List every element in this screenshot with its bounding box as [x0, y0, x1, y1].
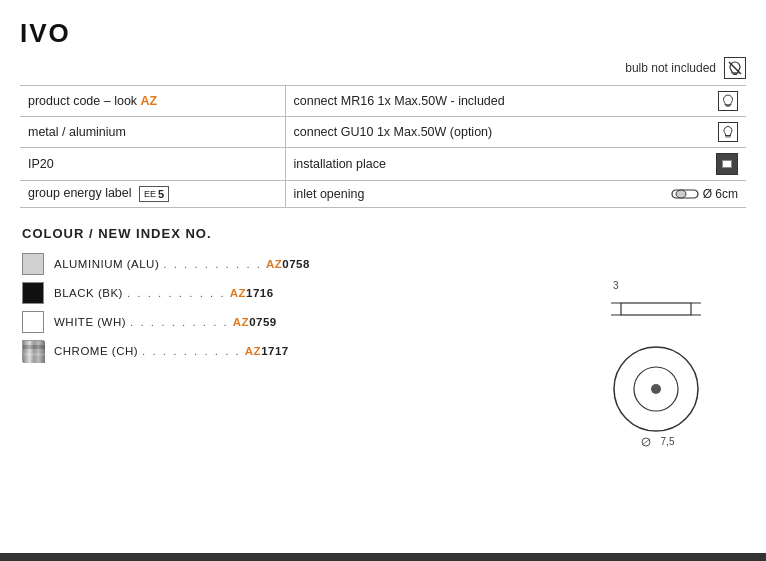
left-cell-4: group energy label EE 5 [20, 181, 285, 208]
right-cell-4: inlet opening Ø 6cm [285, 181, 746, 208]
table-row: metal / aluminium connect GU10 1x Max.50… [20, 117, 746, 148]
diagram-area: 3 [576, 280, 736, 447]
bulb-notice-text: bulb not included [625, 61, 716, 75]
mr16-bulb-icon [718, 91, 738, 111]
diameter-symbol [638, 437, 658, 447]
list-item: ALUMINIUM (ALU) . . . . . . . . . . AZ07… [22, 253, 482, 275]
table-row: group energy label EE 5 inlet opening [20, 181, 746, 208]
svg-rect-5 [726, 136, 730, 138]
top-view-svg [611, 344, 701, 434]
list-item: WHITE (WH) . . . . . . . . . . AZ0759 [22, 311, 482, 333]
inlet-circle-icon [671, 186, 699, 202]
swatch-black [22, 282, 44, 304]
bulb-notice: bulb not included [20, 57, 746, 79]
colour-section-title: COLOUR / NEW INDEX NO. [22, 226, 744, 241]
inlet-opening-info: Ø 6cm [671, 186, 738, 202]
svg-line-20 [642, 439, 650, 445]
right-cell-1: connect MR16 1x Max.50W - included [285, 86, 746, 117]
table-row: IP20 installation place [20, 148, 746, 181]
gu10-bulb-icon [718, 122, 738, 142]
side-view-diagram: 3 [611, 280, 701, 326]
colour-name-chrome: CHROME (CH) . . . . . . . . . . AZ1717 [54, 345, 482, 357]
energy-label: EE 5 [139, 186, 169, 202]
swatch-white [22, 311, 44, 333]
colour-list: ALUMINIUM (ALU) . . . . . . . . . . AZ07… [22, 253, 482, 362]
info-table: product code – look AZ connect MR16 1x M… [20, 85, 746, 208]
colour-name-white: WHITE (WH) . . . . . . . . . . AZ0759 [54, 316, 482, 328]
top-view-diagram: 7,5 [611, 344, 701, 447]
left-cell-1: product code – look AZ [20, 86, 285, 117]
bottom-bar [0, 553, 766, 561]
svg-rect-8 [23, 341, 45, 363]
left-cell-3: IP20 [20, 148, 285, 181]
svg-point-18 [651, 384, 661, 394]
table-row: product code – look AZ connect MR16 1x M… [20, 86, 746, 117]
colour-name-black: BLACK (BK) . . . . . . . . . . AZ1716 [54, 287, 482, 299]
list-item: CHROME (CH) . . . . . . . . . . AZ1717 [22, 340, 482, 362]
swatch-chrome [22, 340, 44, 362]
colour-section: COLOUR / NEW INDEX NO. ALUMINIUM (ALU) .… [20, 226, 746, 362]
svg-rect-11 [621, 303, 691, 315]
list-item: BLACK (BK) . . . . . . . . . . AZ1716 [22, 282, 482, 304]
right-cell-2: connect GU10 1x Max.50W (option) [285, 117, 746, 148]
colour-name-alu: ALUMINIUM (ALU) . . . . . . . . . . AZ07… [54, 258, 482, 270]
side-view-svg [611, 293, 701, 323]
right-cell-3: installation place [285, 148, 746, 181]
left-cell-2: metal / aluminium [20, 117, 285, 148]
svg-point-7 [676, 190, 686, 198]
swatch-alu [22, 253, 44, 275]
installation-place-icon [716, 153, 738, 175]
product-title: IVO [20, 18, 746, 49]
svg-rect-10 [23, 353, 45, 356]
diameter-label: 7,5 [638, 436, 675, 447]
page-container: IVO bulb not included product code – loo… [0, 0, 766, 362]
svg-rect-9 [23, 345, 45, 349]
bulb-not-included-icon [724, 57, 746, 79]
